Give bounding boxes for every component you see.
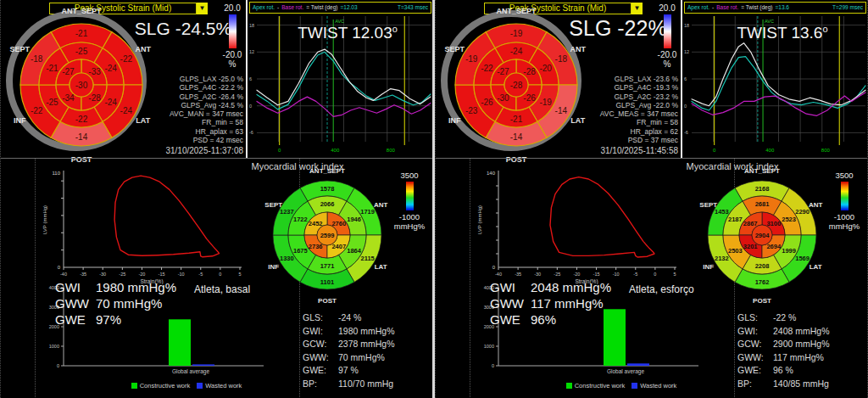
svg-text:-18: -18 [555,54,568,64]
svg-text:1330: 1330 [280,255,294,262]
svg-text:140: 140 [487,171,496,176]
svg-text:ANT_SEPT: ANT_SEPT [496,7,537,15]
svg-text:-21: -21 [46,64,58,73]
svg-text:400: 400 [331,148,340,153]
legend-item: Constructive work [559,382,626,390]
twist-eq-label: = Twist (deg) [741,3,772,13]
svg-text:110: 110 [52,171,60,176]
svg-text:-25: -25 [75,47,88,56]
svg-text:0: 0 [58,265,61,270]
work-stat-row: GCW:2900 mmHg% [737,338,830,351]
svg-text:800: 800 [387,148,396,153]
strain-analysis-screen: Peak Systolic Strain (Mid) ▼ SLG -24.5% … [0,0,868,398]
svg-text:-10: -10 [178,272,185,277]
work-stats-list: GLS:-24 %GWI:1980 mmHg%GCW:2378 mmHg%GWW… [303,311,395,390]
svg-text:1719: 1719 [360,208,375,216]
svg-text:2066: 2066 [320,200,335,208]
legend-item: Constructive work [125,382,191,390]
svg-text:-19: -19 [539,98,552,107]
legend-item: Wasted work [190,382,242,390]
svg-text:LAT: LAT [810,263,822,271]
glps-metric-line: FR_min = 58 [554,118,678,126]
svg-text:-19: -19 [465,54,478,64]
glps-metric-line: AVC_MEAS = 347 msec [554,109,678,118]
svg-text:ANT_SEPT: ANT_SEPT [744,167,780,175]
twist-curves-panel: Apex rot. - Base rot. = Twist (deg) =13.… [683,0,867,158]
svg-text:1578: 1578 [320,185,335,193]
minus-sign: - [277,3,279,13]
work-summary-line: GWE97% [55,311,176,328]
svg-text:LVP (mmHg): LVP (mmHg) [42,205,47,234]
svg-text:2503: 2503 [728,247,743,255]
twist-eq-label: = Twist (deg) [306,3,337,13]
svg-text:INF: INF [268,263,279,271]
svg-text:-24: -24 [104,64,117,73]
chevron-down-icon[interactable]: ▼ [632,3,643,14]
twist-formula-bar: Apex rot. - Base rot. = Twist (deg) =13.… [684,2,866,14]
svg-text:0: 0 [713,148,716,153]
svg-text:1864: 1864 [347,247,362,255]
chevron-down-icon[interactable]: ▼ [197,3,208,14]
twist-eq-value: =13.6 [775,3,788,13]
svg-text:0: 0 [654,272,656,277]
svg-text:-23: -23 [465,106,478,115]
svg-text:1000: 1000 [49,344,59,349]
svg-text:1762: 1762 [755,278,770,286]
work-stat-row: GWE:97 % [303,364,395,378]
myocardial-work-panel: Myocardial work index -40-35-30-25-20-15… [436,158,867,398]
glps-metric-line: GLPS_LAX -23.6 % [554,75,678,83]
svg-text:SEPT: SEPT [264,201,282,209]
pressure-strain-loop-chart: -40-35-30-25-20-15-10-5051400Strain(%)LV… [475,165,680,284]
svg-text:1569: 1569 [795,255,810,262]
svg-text:-27: -27 [62,67,75,76]
svg-text:0: 0 [249,104,252,109]
work-summary-line: GWW117 mmHg% [490,295,611,311]
svg-text:LAT: LAT [375,263,387,271]
svg-text:ANT: ANT [809,201,823,209]
twist-value-label: TWIST 12.03o [276,24,419,42]
colorbar-gradient [841,182,849,210]
svg-text:-25: -25 [119,272,125,277]
glps-metric-line: PSD = 37 msec [554,136,678,144]
svg-text:ANT_SEPT: ANT_SEPT [61,7,102,15]
acquisition-datetime: 31/10/2025-11:37:08 [103,146,243,155]
svg-text:ANT: ANT [374,201,388,209]
svg-text:-20: -20 [539,64,552,73]
degree-symbol: o [392,24,398,34]
svg-text:2407: 2407 [331,243,346,250]
svg-text:2208: 2208 [755,262,770,270]
svg-text:2681: 2681 [755,200,770,208]
acquisition-datetime: 31/10/2025-11:45:58 [537,146,678,155]
svg-text:18: 18 [684,23,689,28]
legend-swatch [131,383,137,389]
bar-chart-legend: Constructive workWasted work [516,382,720,390]
svg-text:2115: 2115 [360,255,374,262]
svg-text:ANT_SEPT: ANT_SEPT [309,167,345,175]
svg-text:400: 400 [765,148,775,153]
work-stats-list: GLS:-22 %GWI:2408 mmHg%GCW:2900 mmHg%GWW… [737,311,830,390]
svg-text:-30: -30 [75,81,88,90]
svg-text:3100: 3100 [766,220,781,227]
apex-rot-label: Apex rot. [253,3,275,13]
work-colorbar: 3500 -1000 mmHg% [824,171,865,231]
svg-text:2736: 2736 [309,243,323,250]
svg-text:-40: -40 [495,272,502,277]
svg-text:1771: 1771 [320,262,335,270]
spacer [360,3,396,13]
svg-text:-26: -26 [481,98,493,107]
svg-text:2187: 2187 [728,216,743,223]
twist-formula-bar: Apex rot. - Base rot. = Twist (deg) =12.… [249,2,431,14]
legend-swatch [632,383,637,389]
legend-swatch [197,383,203,389]
strain-bullseye-panel: Peak Systolic Strain (Mid) ▼ SLG -22% -1… [436,0,681,158]
base-rot-label: Base rot. [716,3,738,13]
svg-text:-22: -22 [481,64,493,73]
svg-text:0: 0 [492,363,494,368]
glps-metric-line: FR_min = 58 [120,118,243,126]
svg-text:0: 0 [57,363,59,368]
colorbar-gradient [229,14,236,48]
work-summary-line: GWI1980 mmHg% [55,279,176,295]
svg-text:1722: 1722 [293,216,308,223]
work-colorbar: 3500 -1000 mmHg% [389,171,430,231]
svg-text:-34: -34 [62,93,75,103]
